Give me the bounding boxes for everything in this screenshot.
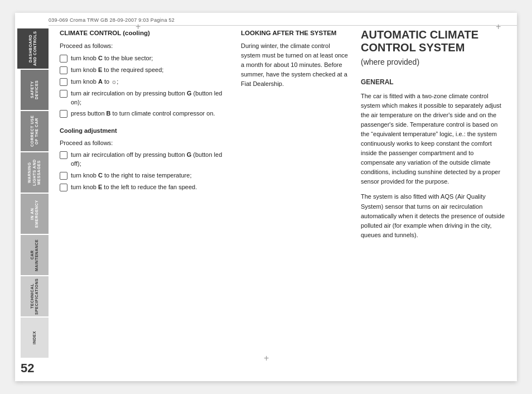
bullet-item: turn knob C to the right to raise temper…	[60, 171, 230, 180]
crosshair-tl	[138, 25, 146, 33]
bullet-item: turn air recirculation on by pressing bu…	[60, 89, 230, 107]
bullet-icon	[60, 172, 67, 180]
bullet-text: turn knob C to the blue sector;	[71, 54, 230, 63]
bullet-text: turn knob A to ☼;	[71, 78, 230, 87]
sidebar-tab-safety[interactable]: SAFETY DEVICES	[21, 70, 49, 110]
sidebar: DASHBOARD AND CONTROLS SAFETY DEVICES CO…	[15, 13, 49, 381]
auto-title-line1: AUTOMATIC CLIMATE CONTROL SYSTEM	[361, 28, 506, 54]
sidebar-tab-technical[interactable]: TECHNICAL SPECIFICATIONS	[21, 276, 49, 316]
middle-section-title: LOOKING AFTER THE SYSTEM	[241, 28, 350, 38]
right-para2: The system is also fitted with AQS (Air …	[361, 192, 506, 239]
doc-header-text: 039-069 Croma TRW GB 28-09-2007 9:03 Pag…	[49, 17, 175, 23]
bullet-item: press button B to turn climate control c…	[60, 109, 230, 118]
bullet-text: turn knob C to the right to raise temper…	[71, 171, 230, 180]
right-para1: The car is fitted with a two-zone climat…	[361, 92, 506, 186]
left-column: CLIMATE CONTROL (cooling) Proceed as fol…	[60, 28, 230, 370]
bullet-text: turn air recirculation on by pressing bu…	[71, 89, 230, 107]
bullet-item: turn knob E to the left to reduce the fa…	[60, 183, 230, 192]
sidebar-tab-index[interactable]: INDEX	[21, 318, 49, 358]
bullet-icon	[60, 78, 67, 86]
bullet-icon	[60, 184, 67, 191]
page-container: 039-069 Croma TRW GB 28-09-2007 9:03 Pag…	[15, 13, 517, 381]
sidebar-tab-dashboard[interactable]: DASHBOARD AND CONTROLS	[17, 28, 49, 69]
bullet-text: turn knob E to the required speed;	[71, 66, 230, 75]
bullet-icon	[60, 55, 67, 63]
doc-header: 039-069 Croma TRW GB 28-09-2007 9:03 Pag…	[49, 17, 517, 26]
sidebar-tab-correct-use[interactable]: CORRECT USE OF THE CAR	[21, 111, 49, 151]
general-heading: GENERAL	[361, 77, 506, 87]
main-content: CLIMATE CONTROL (cooling) Proceed as fol…	[49, 13, 517, 381]
bullet-item: turn knob E to the required speed;	[60, 66, 230, 75]
bullet-item: turn knob C to the blue sector;	[60, 54, 230, 63]
content-columns: CLIMATE CONTROL (cooling) Proceed as fol…	[60, 28, 506, 370]
bullet-icon	[60, 66, 67, 74]
bullet-icon	[60, 90, 67, 98]
bullet-text: turn knob E to the left to reduce the fa…	[71, 183, 230, 192]
crosshair-tr	[498, 25, 506, 33]
proceed-text-2: Proceed as follows:	[60, 138, 230, 148]
proceed-text-1: Proceed as follows:	[60, 41, 230, 51]
middle-column: LOOKING AFTER THE SYSTEM During winter, …	[241, 28, 350, 370]
bullet-icon	[60, 151, 67, 159]
bullet-text: turn air recirculation off by pressing b…	[71, 151, 230, 169]
sidebar-tab-emergency[interactable]: IN AN EMERGENCY	[21, 194, 49, 234]
sidebar-tab-maintenance[interactable]: CAR MAINTENANCE	[21, 235, 49, 275]
page-number: 52	[21, 361, 34, 376]
right-column: AUTOMATIC CLIMATE CONTROL SYSTEM (where …	[361, 28, 506, 370]
sidebar-tab-warning[interactable]: WARNING LIGHTS AND MESSAGES	[21, 152, 49, 193]
bullet-icon	[60, 110, 67, 118]
middle-section-text: During winter, the climate control syste…	[241, 41, 350, 89]
bullet-text: press button B to turn climate control c…	[71, 109, 230, 118]
crosshair-bl	[266, 357, 274, 364]
bullet-item: turn air recirculation off by pressing b…	[60, 151, 230, 169]
cooling-adjustment-title: Cooling adjustment	[60, 126, 230, 136]
auto-subtitle: (where provided)	[361, 56, 506, 68]
bullet-item: turn knob A to ☼;	[60, 78, 230, 87]
